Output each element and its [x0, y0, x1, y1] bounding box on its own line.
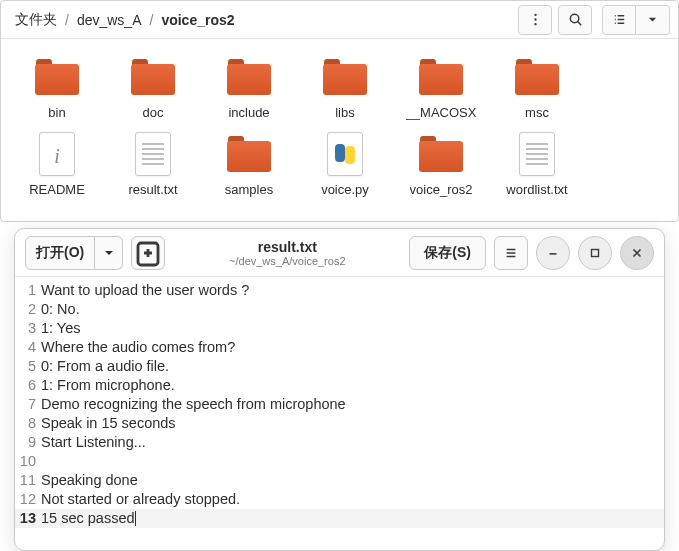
folder-icon: [129, 53, 177, 101]
save-button[interactable]: 保存(S): [409, 236, 486, 270]
svg-rect-5: [592, 249, 599, 256]
line-text: 0: From a audio file.: [41, 357, 169, 376]
editor-title: result.txt: [165, 239, 409, 255]
editor-line[interactable]: 61: From microphone.: [15, 376, 664, 395]
line-number: 2: [15, 300, 41, 319]
editor-line[interactable]: 9Start Listening...: [15, 433, 664, 452]
file-item[interactable]: result.txt: [105, 130, 201, 197]
svg-point-1: [535, 19, 536, 20]
line-number: 4: [15, 338, 41, 357]
breadcrumb-segment[interactable]: voice_ros2: [155, 10, 240, 30]
line-number: 1: [15, 281, 41, 300]
file-item[interactable]: README: [9, 130, 105, 197]
file-label: bin: [48, 105, 65, 120]
file-grid: bindocincludelibs__MACOSXmscREADMEresult…: [1, 39, 678, 221]
line-text: Where the audio comes from?: [41, 338, 235, 357]
file-item[interactable]: voice.py: [297, 130, 393, 197]
file-label: README: [29, 182, 85, 197]
editor-line[interactable]: 31: Yes: [15, 319, 664, 338]
file-label: include: [228, 105, 269, 120]
hamburger-menu-button[interactable]: [494, 236, 528, 270]
editor-text-area[interactable]: 1Want to upload the user words ?20: No.3…: [15, 277, 664, 550]
editor-line[interactable]: 20: No.: [15, 300, 664, 319]
file-label: result.txt: [128, 182, 177, 197]
text-file-icon: [513, 130, 561, 178]
file-item[interactable]: msc: [489, 53, 585, 120]
breadcrumb[interactable]: 文件夹/dev_ws_A/voice_ros2: [9, 9, 512, 31]
line-number: 10: [15, 452, 41, 471]
line-number: 13: [15, 509, 41, 528]
file-item[interactable]: voice_ros2: [393, 130, 489, 197]
file-item[interactable]: include: [201, 53, 297, 120]
file-item[interactable]: libs: [297, 53, 393, 120]
line-text: 1: Yes: [41, 319, 81, 338]
maximize-button[interactable]: [578, 236, 612, 270]
svg-point-0: [535, 14, 536, 15]
folder-icon: [225, 53, 273, 101]
breadcrumb-segment[interactable]: dev_ws_A: [71, 10, 148, 30]
editor-line[interactable]: 1Want to upload the user words ?: [15, 281, 664, 300]
file-item[interactable]: samples: [201, 130, 297, 197]
editor-header: 打开(O) result.txt ~/dev_ws_A/voice_ros2 保…: [15, 229, 664, 277]
folder-icon: [33, 53, 81, 101]
line-text: Speak in 15 seconds: [41, 414, 176, 433]
editor-title-area: result.txt ~/dev_ws_A/voice_ros2: [165, 239, 409, 267]
breadcrumb-segment[interactable]: 文件夹: [9, 9, 63, 31]
line-text: 1: From microphone.: [41, 376, 175, 395]
file-label: msc: [525, 105, 549, 120]
file-manager-window: 文件夹/dev_ws_A/voice_ros2 bindocincludelib…: [0, 0, 679, 222]
file-item[interactable]: __MACOSX: [393, 53, 489, 120]
editor-line[interactable]: 12Not started or already stopped.: [15, 490, 664, 509]
file-item[interactable]: bin: [9, 53, 105, 120]
view-toggle: [602, 5, 670, 35]
open-split-button: 打开(O): [25, 236, 123, 270]
search-button[interactable]: [558, 5, 592, 35]
editor-path: ~/dev_ws_A/voice_ros2: [165, 255, 409, 267]
line-number: 11: [15, 471, 41, 490]
line-number: 3: [15, 319, 41, 338]
folder-icon: [321, 53, 369, 101]
view-options-button[interactable]: [636, 5, 670, 35]
more-button[interactable]: [518, 5, 552, 35]
folder-icon: [417, 130, 465, 178]
text-file-icon: [129, 130, 177, 178]
line-text: 15 sec passed: [41, 509, 136, 528]
file-item[interactable]: doc: [105, 53, 201, 120]
line-text: 0: No.: [41, 300, 80, 319]
file-label: voice.py: [321, 182, 369, 197]
close-button[interactable]: [620, 236, 654, 270]
editor-line[interactable]: 11Speaking done: [15, 471, 664, 490]
list-view-button[interactable]: [602, 5, 636, 35]
svg-point-2: [535, 24, 536, 25]
line-number: 6: [15, 376, 41, 395]
file-label: voice_ros2: [410, 182, 473, 197]
line-number: 7: [15, 395, 41, 414]
open-dropdown-button[interactable]: [95, 236, 123, 270]
open-button[interactable]: 打开(O): [25, 236, 95, 270]
line-text: Not started or already stopped.: [41, 490, 240, 509]
line-text: Start Listening...: [41, 433, 146, 452]
editor-window: 打开(O) result.txt ~/dev_ws_A/voice_ros2 保…: [14, 228, 665, 551]
file-label: samples: [225, 182, 273, 197]
file-label: doc: [143, 105, 164, 120]
editor-line[interactable]: 4Where the audio comes from?: [15, 338, 664, 357]
line-number: 9: [15, 433, 41, 452]
line-number: 12: [15, 490, 41, 509]
file-label: __MACOSX: [406, 105, 477, 120]
breadcrumb-separator: /: [147, 12, 155, 28]
folder-icon: [225, 130, 273, 178]
editor-line[interactable]: 50: From a audio file.: [15, 357, 664, 376]
folder-icon: [513, 53, 561, 101]
new-tab-button[interactable]: [131, 236, 165, 270]
svg-point-3: [570, 14, 578, 22]
editor-line[interactable]: 7Demo recognizing the speech from microp…: [15, 395, 664, 414]
folder-icon: [417, 53, 465, 101]
line-text: Demo recognizing the speech from microph…: [41, 395, 346, 414]
line-text: Speaking done: [41, 471, 138, 490]
minimize-button[interactable]: [536, 236, 570, 270]
file-item[interactable]: wordlist.txt: [489, 130, 585, 197]
editor-line[interactable]: 1315 sec passed: [15, 509, 664, 528]
breadcrumb-separator: /: [63, 12, 71, 28]
editor-line[interactable]: 10: [15, 452, 664, 471]
editor-line[interactable]: 8Speak in 15 seconds: [15, 414, 664, 433]
